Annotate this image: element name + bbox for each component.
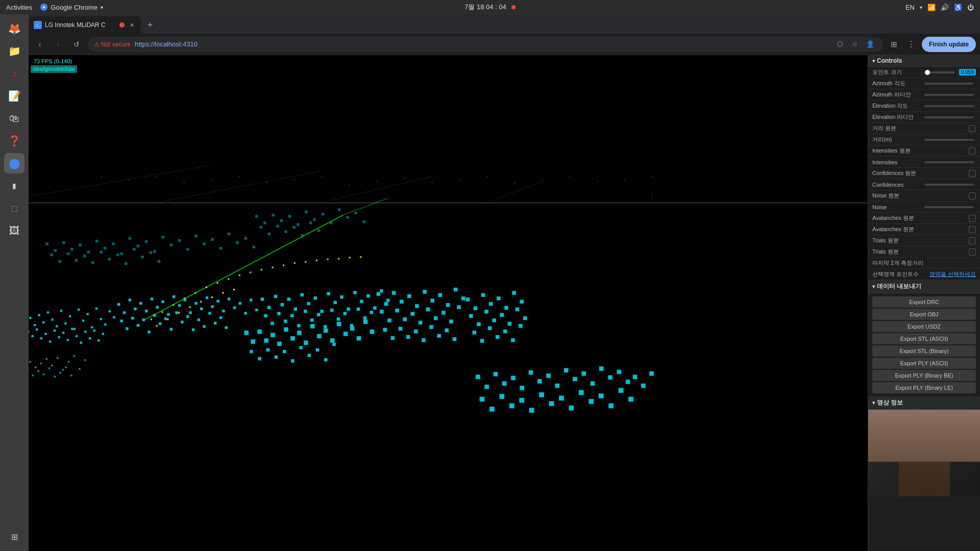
data-export-section-header[interactable]: ▾ 데이터 내보내기 <box>868 280 980 293</box>
extensions-button[interactable]: ⊞ <box>887 38 900 51</box>
sidebar-icon-music[interactable]: ♪ <box>4 63 24 84</box>
svg-rect-144 <box>347 308 350 311</box>
svg-rect-351 <box>91 261 94 264</box>
trials-original-checkbox-2[interactable] <box>969 248 976 256</box>
avalanches-original-checkbox-1[interactable] <box>969 215 976 222</box>
svg-rect-226 <box>414 330 418 334</box>
forward-button[interactable]: › <box>51 37 65 52</box>
sidebar-icon-screen[interactable]: ⬚ <box>4 198 24 218</box>
browser-menu-chevron[interactable]: ▾ <box>101 5 103 10</box>
svg-rect-124 <box>192 329 194 331</box>
svg-rect-52 <box>51 318 53 320</box>
svg-rect-280 <box>549 401 554 406</box>
reload-button[interactable]: ↺ <box>69 37 84 52</box>
activities-button[interactable]: Activities <box>6 4 32 11</box>
confidences-original-control: Confidences 원본 <box>868 168 980 179</box>
svg-rect-343 <box>236 241 238 244</box>
svg-rect-337 <box>186 248 189 251</box>
select-area-button[interactable]: 영역을 선택하세요 <box>929 270 976 278</box>
elevation-angle-slider[interactable] <box>924 105 974 107</box>
main-content: 73 FPS (0-140) /dev/lginnotek/lidar <box>29 55 980 551</box>
elevation-radian-slider[interactable] <box>924 116 974 118</box>
pointcloud-viewer[interactable]: 73 FPS (0-140) /dev/lginnotek/lidar <box>29 55 868 551</box>
sidebar-icon-terminal[interactable]: ▮ <box>4 176 24 196</box>
export-stl-ascii-button[interactable]: Export STL (ASCII) <box>872 333 976 344</box>
export-obj-button[interactable]: Export OBJ <box>872 309 976 320</box>
sidebar-icon-photo[interactable]: 🖼 <box>4 220 24 241</box>
sidebar-icon-firefox[interactable]: 🦊 <box>4 18 24 39</box>
svg-rect-302 <box>261 269 262 270</box>
svg-rect-161 <box>330 309 333 312</box>
sidebar-icon-files[interactable]: 📁 <box>4 41 24 61</box>
export-ply-binary-le-button[interactable]: Export PLY (Binary LE) <box>872 382 976 393</box>
svg-rect-323 <box>70 248 73 251</box>
svg-rect-273 <box>480 397 485 402</box>
svg-rect-266 <box>573 377 577 382</box>
svg-rect-327 <box>104 247 106 249</box>
chrome-favicon: ● <box>43 5 45 10</box>
url-bar[interactable]: ⚠ Not secure https://localhost:4310 ⬡ ☆ … <box>88 37 883 52</box>
profile-button[interactable]: 👤 <box>864 38 877 51</box>
svg-rect-238 <box>512 291 516 295</box>
back-button[interactable]: ‹ <box>33 37 47 52</box>
sidebar-icon-notes[interactable]: 📝 <box>4 86 24 106</box>
svg-rect-322 <box>62 241 65 244</box>
cast-button[interactable]: ⬡ <box>833 38 846 51</box>
distance-m-slider[interactable] <box>924 139 974 141</box>
svg-rect-136 <box>294 308 297 311</box>
svg-rect-283 <box>579 390 584 395</box>
export-ply-ascii-button[interactable]: Export PLY (ASCII) <box>872 358 976 369</box>
export-drc-button[interactable]: Export DRC <box>872 296 976 308</box>
export-usdz-button[interactable]: Export USDZ <box>872 321 976 332</box>
intensities-slider[interactable] <box>924 161 974 163</box>
bookmark-button[interactable]: ☆ <box>848 38 862 51</box>
azimuth-angle-slider[interactable] <box>924 83 974 85</box>
svg-rect-249 <box>480 339 484 343</box>
svg-rect-79 <box>80 342 82 344</box>
tab-recording-icon <box>119 22 125 28</box>
svg-rect-255 <box>476 374 480 379</box>
language-selector[interactable]: EN <box>905 4 915 11</box>
confidences-slider[interactable] <box>924 184 974 186</box>
svg-rect-120 <box>170 328 173 331</box>
sidebar-icon-help[interactable]: ❓ <box>4 131 24 151</box>
noise-slider[interactable] <box>924 206 974 208</box>
browser-menu-button[interactable]: ⋮ <box>904 38 918 51</box>
avalanches-original-checkbox-2[interactable] <box>969 226 976 233</box>
svg-rect-177 <box>304 340 308 345</box>
trials-original-label-2: Trials 원본 <box>872 248 969 256</box>
export-ply-binary-be-button[interactable]: Export PLY (Binary BE) <box>872 370 976 381</box>
svg-rect-306 <box>305 261 306 263</box>
svg-rect-340 <box>211 238 214 241</box>
point-size-slider[interactable] <box>926 71 955 73</box>
azimuth-radian-slider[interactable] <box>924 94 974 96</box>
new-tab-button[interactable]: + <box>143 18 157 32</box>
elevation-radian-control: Elevation 라디안 <box>868 112 980 123</box>
point-size-slider-container[interactable]: 0.059 <box>924 69 976 76</box>
controls-section-header[interactable]: ▾ Controls <box>868 55 980 67</box>
tab-close-button[interactable]: ✕ <box>128 21 136 29</box>
svg-rect-357 <box>141 256 143 258</box>
browser-tab-active[interactable]: L LG Innotek MLiDAR C ✕ <box>29 16 141 34</box>
svg-rect-60 <box>87 313 89 315</box>
trials-original-checkbox-1[interactable] <box>969 237 976 244</box>
svg-rect-211 <box>380 310 384 314</box>
finish-update-button[interactable]: Finish update <box>922 37 976 52</box>
sidebar-icon-grid[interactable]: ⊞ <box>4 527 24 547</box>
svg-rect-281 <box>559 395 564 400</box>
svg-rect-42 <box>54 376 56 378</box>
intensities-original-checkbox[interactable] <box>969 147 976 155</box>
svg-rect-41 <box>48 367 50 369</box>
export-stl-binary-button[interactable]: Export STL (Binary) <box>872 345 976 357</box>
confidences-original-checkbox[interactable] <box>969 170 976 177</box>
svg-rect-86 <box>123 311 126 314</box>
noise-original-checkbox[interactable] <box>969 192 976 199</box>
lang-chevron-icon[interactable]: ▾ <box>920 5 922 10</box>
confidences-original-label: Confidences 원본 <box>872 169 969 177</box>
sidebar-icon-software[interactable]: 🛍 <box>4 108 24 129</box>
distance-original-checkbox[interactable] <box>969 125 976 132</box>
sidebar-icon-chrome[interactable]: ⬤ <box>4 153 24 173</box>
svg-rect-104 <box>222 310 225 312</box>
chrome-indicator[interactable]: ● Google Chrome ▾ <box>40 4 103 11</box>
video-info-section-header[interactable]: ▾ 영상 정보 <box>868 396 980 410</box>
